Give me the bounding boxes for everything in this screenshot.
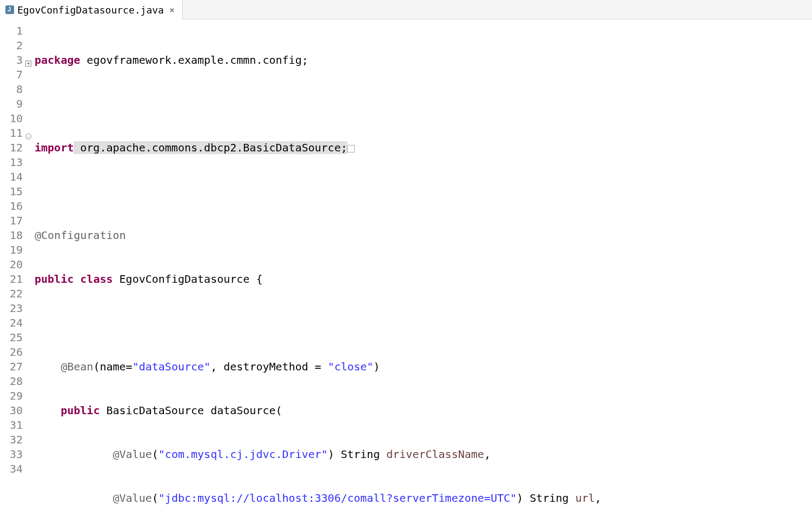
code-line[interactable]: @Bean(name="dataSource", destroyMethod =… — [35, 360, 812, 374]
code-line[interactable]: public class EgovConfigDatasource { — [35, 272, 812, 287]
fold-expand-icon[interactable]: + — [25, 56, 31, 71]
code-line[interactable] — [35, 97, 812, 111]
fold-collapse-icon[interactable]: - — [25, 129, 31, 144]
java-file-icon — [5, 5, 14, 14]
line-number: 26 — [0, 345, 24, 360]
line-number: 25 — [0, 330, 24, 345]
code-editor[interactable]: package egovframework.example.cmmn.confi… — [24, 19, 812, 531]
editor: 1 2 3+ 7 8 9 10 11- 12 13 14 15 16 17 18… — [0, 19, 812, 531]
line-number: 15 — [0, 184, 24, 199]
line-number: 32 — [0, 433, 24, 447]
line-number: 3+ — [0, 53, 24, 68]
line-number: 16 — [0, 199, 24, 214]
line-number: 13 — [0, 155, 24, 170]
line-number: 33 — [0, 447, 24, 462]
line-number: 19 — [0, 243, 24, 257]
code-line[interactable]: @Configuration — [35, 228, 812, 243]
line-number: 1 — [0, 24, 24, 38]
code-line[interactable]: package egovframework.example.cmmn.confi… — [35, 53, 812, 68]
line-number: 8 — [0, 82, 24, 97]
line-number: 28 — [0, 374, 24, 389]
line-number: 18 — [0, 228, 24, 243]
code-line[interactable] — [35, 316, 812, 330]
line-number: 11- — [0, 126, 24, 141]
line-number: 23 — [0, 301, 24, 316]
line-number: 34 — [0, 462, 24, 476]
line-number: 21 — [0, 272, 24, 287]
folded-region-icon[interactable] — [347, 145, 355, 152]
code-line[interactable]: @Value("com.mysql.cj.jdvc.Driver") Strin… — [35, 447, 812, 462]
line-number: 12 — [0, 141, 24, 155]
line-number: 2 — [0, 38, 24, 53]
line-number: 14 — [0, 170, 24, 184]
close-icon[interactable]: × — [167, 5, 177, 15]
line-number: 22 — [0, 287, 24, 301]
line-number: 29 — [0, 389, 24, 403]
code-line[interactable]: @Value("jdbc:mysql://localhost:3306/coma… — [35, 491, 812, 506]
line-number: 20 — [0, 257, 24, 272]
editor-tab[interactable]: EgovConfigDatasource.java × — [0, 0, 183, 19]
line-gutter: 1 2 3+ 7 8 9 10 11- 12 13 14 15 16 17 18… — [0, 19, 24, 531]
line-number: 10 — [0, 111, 24, 126]
code-line[interactable]: import org.apache.commons.dbcp2.BasicDat… — [35, 141, 812, 155]
line-number: 24 — [0, 316, 24, 330]
tab-label: EgovConfigDatasource.java — [17, 4, 164, 16]
code-line[interactable]: public BasicDataSource dataSource( — [35, 403, 812, 418]
line-number: 17 — [0, 214, 24, 228]
line-number: 30 — [0, 403, 24, 418]
line-number: 7 — [0, 68, 24, 82]
line-number: 27 — [0, 360, 24, 374]
line-number: 31 — [0, 418, 24, 433]
code-line[interactable] — [35, 184, 812, 199]
tab-bar: EgovConfigDatasource.java × — [0, 0, 812, 19]
line-number: 9 — [0, 97, 24, 111]
